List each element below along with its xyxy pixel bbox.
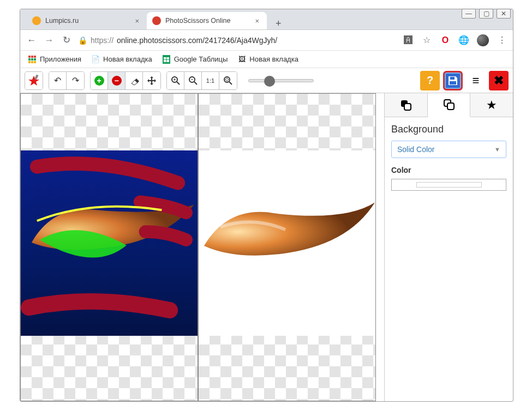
- background-marker-button[interactable]: −: [108, 72, 125, 89]
- image-icon: 🖼: [237, 55, 246, 64]
- svg-rect-14: [34, 75, 38, 80]
- eraser-button[interactable]: [125, 72, 143, 89]
- app-toolbar: ↶ ↷ + − 1:1 ? ≡ ✖: [20, 68, 513, 93]
- logo-group: [25, 71, 43, 90]
- tab-photoscissors[interactable]: PhotoScissors Online ×: [147, 12, 267, 29]
- window-controls: — ▢ ✕: [462, 9, 511, 19]
- svg-rect-2: [34, 56, 36, 58]
- svg-rect-3: [28, 58, 31, 61]
- minimize-button[interactable]: —: [462, 9, 476, 19]
- foreground-marker-button[interactable]: +: [91, 72, 108, 89]
- minus-icon: −: [112, 76, 122, 86]
- star-icon: ★: [486, 98, 497, 112]
- zoom-actual-button[interactable]: 1:1: [202, 72, 219, 89]
- undo-button[interactable]: ↶: [49, 72, 67, 89]
- apps-shortcut[interactable]: Приложения: [28, 55, 81, 64]
- sheets-icon: [162, 55, 171, 64]
- zoom-out-button[interactable]: [184, 72, 202, 89]
- zoom-in-icon: [171, 76, 181, 86]
- apps-grid-icon: [28, 55, 37, 64]
- maximize-button[interactable]: ▢: [479, 9, 493, 19]
- result-image: [199, 150, 375, 336]
- move-button[interactable]: [143, 72, 160, 89]
- svg-marker-13: [28, 76, 39, 86]
- color-swatch[interactable]: [391, 179, 506, 191]
- tab-lumpics[interactable]: Lumpics.ru ×: [27, 12, 147, 29]
- svg-line-25: [229, 82, 232, 84]
- svg-rect-27: [450, 81, 456, 84]
- svg-rect-5: [34, 58, 36, 61]
- sidebar-tab-background[interactable]: [428, 93, 471, 117]
- plus-icon: +: [94, 76, 104, 86]
- bookmark-label: Новая вкладка: [249, 55, 298, 63]
- browser-menu-icon[interactable]: ⋮: [497, 35, 507, 46]
- translate-icon[interactable]: 🅰: [403, 35, 414, 46]
- background-tab-icon: [443, 99, 455, 111]
- svg-point-24: [224, 77, 230, 82]
- save-button[interactable]: [443, 71, 463, 90]
- brush-size-slider[interactable]: [248, 79, 314, 82]
- background-type-select[interactable]: Solid Color ▼: [391, 141, 506, 158]
- zoom-in-button[interactable]: [167, 72, 184, 89]
- bookmark-item[interactable]: 📄 Новая вкладка: [91, 55, 152, 64]
- chevron-down-icon: ▼: [494, 146, 500, 153]
- bookmark-item[interactable]: Google Таблицы: [162, 55, 228, 64]
- lock-icon: 🔒: [78, 36, 87, 45]
- bookmark-star-icon[interactable]: ☆: [421, 35, 432, 46]
- app-menu-button[interactable]: ≡: [466, 71, 486, 90]
- new-tab-button[interactable]: +: [271, 18, 286, 29]
- svg-rect-26: [450, 77, 455, 80]
- mark-tools-group: + −: [90, 71, 161, 90]
- svg-rect-8: [34, 61, 36, 63]
- move-icon: [147, 76, 157, 86]
- bookmark-label: Приложения: [40, 55, 81, 63]
- svg-rect-6: [28, 61, 31, 63]
- color-value-icon: [416, 182, 482, 188]
- tab-close-icon[interactable]: ×: [133, 17, 141, 25]
- url-field[interactable]: 🔒 https://online.photoscissors.com/24172…: [78, 36, 397, 45]
- tab-title: Lumpics.ru: [45, 17, 79, 25]
- opera-extension-icon[interactable]: O: [440, 35, 451, 46]
- globe-icon[interactable]: 🌐: [458, 35, 469, 46]
- forward-button[interactable]: →: [43, 35, 55, 46]
- window-close-button[interactable]: ✕: [497, 9, 511, 19]
- omnibox-icons: 🅰 ☆ O 🌐 ⋮: [403, 34, 507, 46]
- bookmark-label: Google Таблицы: [174, 55, 228, 63]
- bookmark-label: Новая вкладка: [103, 55, 152, 63]
- help-button[interactable]: ?: [420, 71, 440, 90]
- slider-knob[interactable]: [264, 76, 275, 87]
- app-logo-icon[interactable]: [25, 72, 43, 89]
- select-value: Solid Color: [397, 145, 434, 154]
- source-pane[interactable]: [20, 93, 198, 401]
- canvas-area: [20, 93, 384, 401]
- app-close-button[interactable]: ✖: [489, 71, 509, 90]
- marker-strokes: [21, 150, 198, 335]
- svg-rect-0: [28, 56, 31, 58]
- reload-button[interactable]: ↻: [61, 34, 73, 46]
- tab-title: PhotoScissors Online: [165, 17, 231, 25]
- bookmark-item[interactable]: 🖼 Новая вкладка: [237, 55, 298, 64]
- sidebar-tabs: ★: [385, 93, 513, 117]
- zoom-fit-button[interactable]: [219, 72, 237, 89]
- result-pane[interactable]: [198, 93, 376, 401]
- svg-line-22: [194, 82, 197, 84]
- redo-button[interactable]: ↷: [67, 72, 84, 89]
- svg-rect-1: [31, 56, 33, 58]
- sidebar-body: Background Solid Color ▼ Color: [385, 117, 513, 197]
- zoom-group: 1:1: [166, 71, 237, 90]
- svg-line-18: [177, 82, 180, 84]
- foreground-tab-icon: [400, 99, 412, 111]
- tab-close-icon[interactable]: ×: [253, 17, 261, 25]
- svg-rect-29: [404, 104, 411, 110]
- favicon-icon: [32, 16, 41, 25]
- bookmarks-bar: Приложения 📄 Новая вкладка Google Таблиц…: [20, 51, 513, 68]
- zoom-fit-icon: [223, 76, 233, 86]
- profile-avatar-icon[interactable]: [477, 34, 489, 46]
- sidebar-tab-foreground[interactable]: [385, 93, 428, 117]
- tab-strip: Lumpics.ru × PhotoScissors Online × +: [20, 9, 513, 30]
- sidebar-tab-star[interactable]: ★: [470, 93, 513, 117]
- toolbar-right: ? ≡ ✖: [420, 71, 509, 90]
- url-protocol: https://: [91, 36, 113, 45]
- url-text: online.photoscissors.com/2417246/Aja4WgJ…: [117, 36, 277, 45]
- back-button[interactable]: ←: [26, 35, 38, 46]
